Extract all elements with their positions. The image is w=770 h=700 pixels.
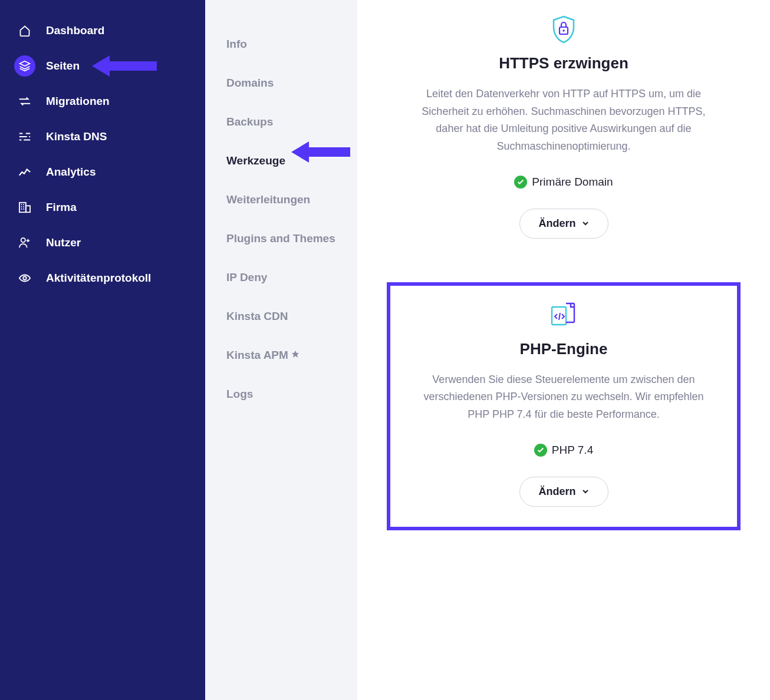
eye-icon xyxy=(14,268,35,289)
migration-icon xyxy=(14,91,35,112)
subnav-item-backups[interactable]: Backups xyxy=(205,103,357,141)
subnav-item-logs[interactable]: Logs xyxy=(205,375,357,414)
home-icon xyxy=(14,20,35,41)
chevron-down-icon xyxy=(582,220,589,227)
svg-point-5 xyxy=(562,29,565,32)
subnav-item-label: Weiterleitungen xyxy=(226,193,310,206)
card-php-engine: PHP-Engine Verwenden Sie diese Steuerele… xyxy=(387,282,741,530)
subnav-item-weiterleitungen[interactable]: Weiterleitungen xyxy=(205,180,357,219)
sidebar-item-label: Analytics xyxy=(46,166,96,179)
sidebar-item-label: Dashboard xyxy=(46,24,104,37)
sidebar-item-migrationen[interactable]: Migrationen xyxy=(0,84,205,119)
subnav-item-label: Info xyxy=(226,38,247,51)
subnav-item-label: IP Deny xyxy=(226,271,267,284)
subnav-item-plugins-themes[interactable]: Plugins and Themes xyxy=(205,219,357,258)
badge-icon xyxy=(292,349,299,362)
change-https-button[interactable]: Ändern xyxy=(519,209,608,239)
check-circle-icon xyxy=(514,176,527,189)
primary-sidebar: Dashboard Seiten Migrationen Kinsta DNS … xyxy=(0,0,205,700)
subnav-item-label: Kinsta CDN xyxy=(226,310,288,323)
subnav-item-info[interactable]: Info xyxy=(205,25,357,64)
button-label: Ändern xyxy=(539,217,576,230)
annotation-arrow-icon xyxy=(92,55,157,77)
chevron-down-icon xyxy=(582,488,589,495)
change-php-button[interactable]: Ändern xyxy=(519,477,608,507)
button-label: Ändern xyxy=(539,486,576,498)
dns-icon xyxy=(14,126,35,147)
check-circle-icon xyxy=(534,444,547,457)
shield-lock-icon xyxy=(549,15,578,44)
sidebar-item-firma[interactable]: Firma xyxy=(0,190,205,225)
sidebar-item-label: Seiten xyxy=(46,60,80,72)
sidebar-item-nutzer[interactable]: Nutzer xyxy=(0,225,205,260)
svg-point-3 xyxy=(23,276,27,280)
chart-icon xyxy=(14,161,35,183)
sidebar-item-label: Migrationen xyxy=(46,95,110,108)
svg-point-2 xyxy=(21,238,25,242)
code-file-icon xyxy=(549,301,578,329)
sidebar-item-aktivitaeten[interactable]: Aktivitätenprotokoll xyxy=(0,260,205,296)
sidebar-item-kinsta-dns[interactable]: Kinsta DNS xyxy=(0,119,205,154)
sidebar-item-seiten[interactable]: Seiten xyxy=(0,48,205,84)
card-description: Leitet den Datenverkehr von HTTP auf HTT… xyxy=(403,85,724,156)
card-description: Verwenden Sie diese Steuerelemente um zw… xyxy=(407,371,720,424)
subnav-item-label: Domains xyxy=(226,77,274,90)
sidebar-item-dashboard[interactable]: Dashboard xyxy=(0,13,205,48)
status-label: Primäre Domain xyxy=(532,176,613,189)
subnav-item-ip-deny[interactable]: IP Deny xyxy=(205,258,357,297)
building-icon xyxy=(14,197,35,218)
subnav-item-label: Backups xyxy=(226,115,273,128)
layers-icon xyxy=(14,55,35,77)
sidebar-item-label: Aktivitätenprotokoll xyxy=(46,272,151,285)
subnav-item-label: Werkzeuge xyxy=(226,154,285,167)
secondary-subnav: Info Domains Backups Werkzeuge Weiterlei… xyxy=(205,0,357,700)
card-https-enforce: HTTPS erzwingen Leitet den Datenverkehr … xyxy=(387,0,741,259)
subnav-item-label: Kinsta APM xyxy=(226,349,288,362)
subnav-item-label: Plugins and Themes xyxy=(226,232,335,245)
status-line: Primäre Domain xyxy=(403,176,724,189)
user-plus-icon xyxy=(14,232,35,253)
svg-rect-0 xyxy=(19,203,26,212)
main-content: HTTPS erzwingen Leitet den Datenverkehr … xyxy=(357,0,770,700)
status-label: PHP 7.4 xyxy=(552,444,593,457)
card-title: PHP-Engine xyxy=(407,340,720,358)
sidebar-item-label: Kinsta DNS xyxy=(46,130,107,143)
subnav-item-domains[interactable]: Domains xyxy=(205,64,357,103)
card-title: HTTPS erzwingen xyxy=(403,54,724,72)
svg-rect-1 xyxy=(26,206,30,212)
subnav-item-kinsta-cdn[interactable]: Kinsta CDN xyxy=(205,297,357,336)
annotation-arrow-icon xyxy=(291,141,350,163)
status-line: PHP 7.4 xyxy=(407,444,720,457)
subnav-item-label: Logs xyxy=(226,388,253,401)
sidebar-item-label: Nutzer xyxy=(46,236,81,249)
sidebar-item-label: Firma xyxy=(46,201,77,214)
subnav-item-kinsta-apm[interactable]: Kinsta APM xyxy=(205,336,357,375)
sidebar-item-analytics[interactable]: Analytics xyxy=(0,154,205,190)
